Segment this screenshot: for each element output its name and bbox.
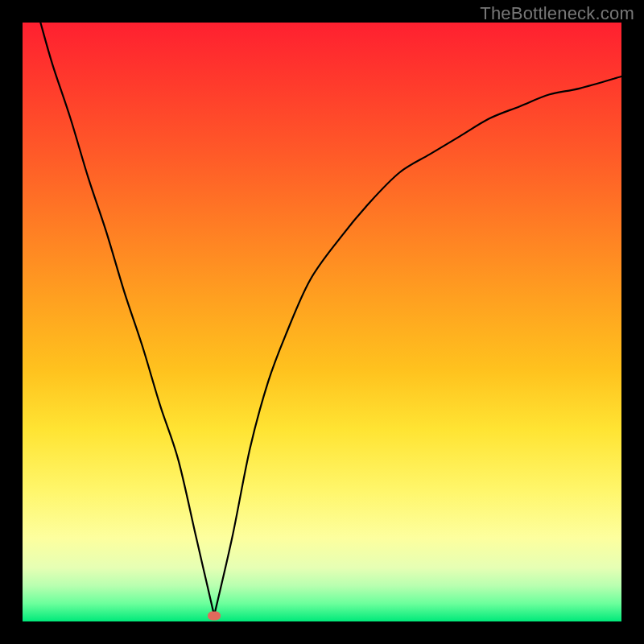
bottleneck-curve — [23, 23, 621, 621]
min-marker — [208, 611, 221, 620]
watermark-text: TheBottleneck.com — [480, 3, 634, 24]
curve-path — [40, 23, 621, 616]
chart-frame: TheBottleneck.com — [0, 0, 644, 644]
plot-area — [23, 23, 621, 621]
